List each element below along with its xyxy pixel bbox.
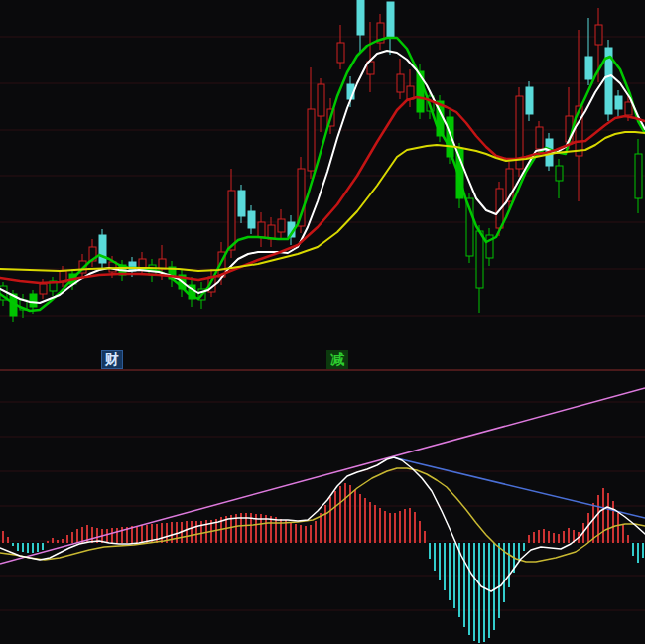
candle <box>238 191 245 216</box>
candle <box>337 43 344 63</box>
candle <box>99 235 106 263</box>
candle <box>357 0 364 35</box>
candle <box>595 25 602 45</box>
candle <box>556 166 563 181</box>
candle <box>30 294 37 307</box>
candle <box>258 222 265 237</box>
candle <box>635 154 642 198</box>
candle <box>526 87 533 114</box>
kline-macd-chart-canvas[interactable] <box>0 0 645 644</box>
candle <box>308 109 315 171</box>
stock-chart-screen: 财 减 <box>0 0 645 644</box>
candle <box>40 284 47 294</box>
candle <box>248 211 255 228</box>
candle <box>228 191 235 250</box>
candle <box>397 74 404 92</box>
candle <box>615 96 622 109</box>
signal-marker-jian: 减 <box>326 350 348 369</box>
signal-marker-cai: 财 <box>101 350 123 369</box>
candle <box>625 102 632 115</box>
candle <box>585 57 592 79</box>
candle <box>278 219 285 232</box>
candle <box>318 84 324 116</box>
candle <box>476 231 483 288</box>
candle <box>536 127 543 149</box>
chart-area[interactable] <box>0 0 645 644</box>
candle <box>387 2 394 38</box>
